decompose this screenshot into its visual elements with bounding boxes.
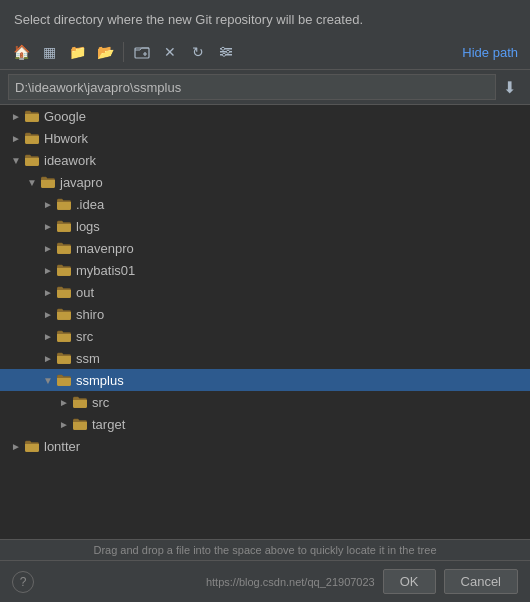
tree-label-src: src <box>76 329 93 344</box>
tree-item-ssm[interactable]: ► ssm <box>0 347 530 369</box>
folder-icon-logs <box>56 218 72 234</box>
tree-arrow-google[interactable]: ► <box>8 108 24 124</box>
home-button[interactable]: 🏠 <box>8 39 34 65</box>
ok-button[interactable]: OK <box>383 569 436 594</box>
tree-arrow-mybatis01[interactable]: ► <box>40 262 56 278</box>
folder2-button[interactable]: 📂 <box>92 39 118 65</box>
tree-item-google[interactable]: ► Google <box>0 105 530 127</box>
tree-arrow-shiro[interactable]: ► <box>40 306 56 322</box>
tree-item-shiro[interactable]: ► shiro <box>0 303 530 325</box>
tree-label-javapro: javapro <box>60 175 103 190</box>
dialog-description: Select directory where the new Git repos… <box>0 0 530 35</box>
folder-icon-lontter <box>24 438 40 454</box>
tree-arrow-idea[interactable]: ► <box>40 196 56 212</box>
folder-icon-ssmplus <box>56 372 72 388</box>
tree-label-shiro: shiro <box>76 307 104 322</box>
tree-label-lontter: lontter <box>44 439 80 454</box>
tree-item-ssmplus[interactable]: ▼ ssmplus <box>0 369 530 391</box>
tree-item-ssmplus-target[interactable]: ► target <box>0 413 530 435</box>
tree-arrow-ssmplus[interactable]: ▼ <box>40 372 56 388</box>
tree-label-google: Google <box>44 109 86 124</box>
new-folder-button[interactable] <box>129 39 155 65</box>
tree-arrow-mavenpro[interactable]: ► <box>40 240 56 256</box>
tree-label-hbwork: Hbwork <box>44 131 88 146</box>
tree-container[interactable]: ► Google► Hbwork▼ ideawork▼ javapro► .id… <box>0 105 530 539</box>
path-bar: ⬇ <box>0 70 530 105</box>
svg-point-6 <box>223 53 226 56</box>
cancel-button[interactable]: Cancel <box>444 569 518 594</box>
folder-icon-mybatis01 <box>56 262 72 278</box>
folder-icon-hbwork <box>24 130 40 146</box>
folder-icon-ssmplus-target <box>72 416 88 432</box>
tree-item-ssmplus-src[interactable]: ► src <box>0 391 530 413</box>
folder-icon-idea <box>56 196 72 212</box>
tree-label-idea: .idea <box>76 197 104 212</box>
folder-button[interactable]: 📁 <box>64 39 90 65</box>
tree-item-logs[interactable]: ► logs <box>0 215 530 237</box>
svg-point-5 <box>227 50 230 53</box>
folder-icon-src <box>56 328 72 344</box>
folder-icon-shiro <box>56 306 72 322</box>
tree-item-src[interactable]: ► src <box>0 325 530 347</box>
folder-icon-ssmplus-src <box>72 394 88 410</box>
tree-arrow-out[interactable]: ► <box>40 284 56 300</box>
folder-icon-javapro <box>40 174 56 190</box>
hide-path-link[interactable]: Hide path <box>458 43 522 62</box>
tree-item-mavenpro[interactable]: ► mavenpro <box>0 237 530 259</box>
tree-arrow-ssm[interactable]: ► <box>40 350 56 366</box>
tree-label-mybatis01: mybatis01 <box>76 263 135 278</box>
tree-label-ssmplus-target: target <box>92 417 125 432</box>
tree-arrow-lontter[interactable]: ► <box>8 438 24 454</box>
grid-button[interactable]: ▦ <box>36 39 62 65</box>
tree-label-ssm: ssm <box>76 351 100 366</box>
tree-arrow-ideawork[interactable]: ▼ <box>8 152 24 168</box>
tree-item-mybatis01[interactable]: ► mybatis01 <box>0 259 530 281</box>
folder-icon-ssm <box>56 350 72 366</box>
tree-arrow-javapro[interactable]: ▼ <box>24 174 40 190</box>
tree-arrow-hbwork[interactable]: ► <box>8 130 24 146</box>
toolbar: 🏠 ▦ 📁 📂 ✕ ↻ Hide path <box>0 35 530 70</box>
drag-hint: Drag and drop a file into the space abov… <box>0 539 530 560</box>
tree-arrow-ssmplus-target[interactable]: ► <box>56 416 72 432</box>
refresh-button[interactable]: ↻ <box>185 39 211 65</box>
tree-item-out[interactable]: ► out <box>0 281 530 303</box>
tree-item-javapro[interactable]: ▼ javapro <box>0 171 530 193</box>
tree-item-lontter[interactable]: ► lontter <box>0 435 530 457</box>
path-download-button[interactable]: ⬇ <box>496 74 522 100</box>
folder-icon-google <box>24 108 40 124</box>
svg-point-4 <box>222 47 225 50</box>
tree-label-mavenpro: mavenpro <box>76 241 134 256</box>
footer-url: https://blog.csdn.net/qq_21907023 <box>206 576 375 588</box>
close-button[interactable]: ✕ <box>157 39 183 65</box>
folder-icon-mavenpro <box>56 240 72 256</box>
settings-button[interactable] <box>213 39 239 65</box>
tree-arrow-src[interactable]: ► <box>40 328 56 344</box>
path-input[interactable] <box>8 74 496 100</box>
tree-label-logs: logs <box>76 219 100 234</box>
tree-item-hbwork[interactable]: ► Hbwork <box>0 127 530 149</box>
tree-arrow-logs[interactable]: ► <box>40 218 56 234</box>
toolbar-separator-1 <box>123 42 124 62</box>
folder-icon-ideawork <box>24 152 40 168</box>
tree-item-idea[interactable]: ► .idea <box>0 193 530 215</box>
folder-icon-out <box>56 284 72 300</box>
tree-label-out: out <box>76 285 94 300</box>
tree-arrow-ssmplus-src[interactable]: ► <box>56 394 72 410</box>
tree-label-ssmplus-src: src <box>92 395 109 410</box>
tree-label-ssmplus: ssmplus <box>76 373 124 388</box>
tree-label-ideawork: ideawork <box>44 153 96 168</box>
help-button[interactable]: ? <box>12 571 34 593</box>
dialog-footer: ? https://blog.csdn.net/qq_21907023 OK C… <box>0 560 530 602</box>
tree-item-ideawork[interactable]: ▼ ideawork <box>0 149 530 171</box>
